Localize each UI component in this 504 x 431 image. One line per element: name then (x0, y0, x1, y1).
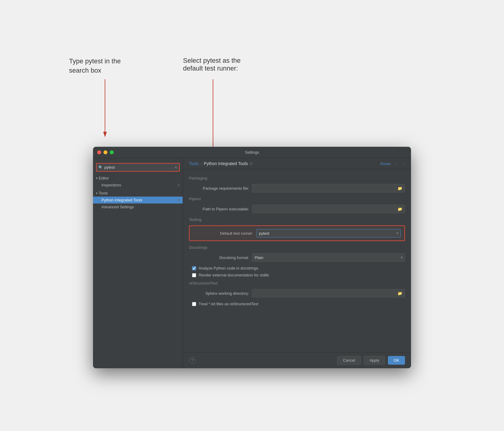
settings-dialog: Settings 🔍 ✕ ▾ Editor (93, 147, 411, 368)
annotation-runner-text: Select pytest as the default test runner… (183, 57, 241, 72)
sidebar-item-python-integrated-tools[interactable]: Python Integrated Tools ⊞ (93, 197, 183, 203)
packaging-requirements-input[interactable] (252, 184, 395, 192)
footer-right: Cancel Apply OK (337, 356, 405, 365)
sidebar-item-python-integrated-tools-label: Python Integrated Tools (101, 198, 142, 202)
pipenv-path-input[interactable] (252, 205, 395, 213)
restructured-text-section-title: reStructuredText (189, 281, 405, 285)
search-input[interactable] (96, 163, 180, 172)
sidebar-item-inspections[interactable]: Inspections ⊞ (93, 182, 183, 188)
sidebar-group-tools: ▾ Tools Python Integrated Tools ⊞ Advanc… (93, 189, 183, 211)
sidebar-group-tools-label: Tools (99, 191, 108, 195)
footer-left: ? (189, 357, 196, 364)
apply-button[interactable]: Apply (364, 356, 385, 365)
packaging-requirements-row: Package requirements file: 📁 (189, 184, 405, 192)
chevron-down-icon-tools: ▾ (96, 191, 98, 195)
chevron-down-icon: ▾ (96, 176, 98, 180)
sphinx-dir-row: Sphinx working directory: 📁 (189, 289, 405, 297)
svg-marker-1 (103, 132, 107, 137)
breadcrumb-icon: ⊞ (250, 161, 253, 166)
help-button[interactable]: ? (189, 357, 196, 364)
content-header: Tools › Python Integrated Tools ⊞ Reset … (183, 158, 411, 169)
docstring-format-select-wrapper: Plain Epytext reStructuredText NumPy Goo… (252, 253, 405, 262)
docstring-format-row: Docstring format: Plain Epytext reStruct… (189, 253, 405, 262)
testing-runner-select-wrapper: Unittests pytest Nose Twisted Trial ▾ (256, 229, 401, 237)
traffic-lights (97, 150, 114, 154)
annotation-search-text: Type pytest in the search box (69, 57, 121, 75)
packaging-requirements-input-wrapper: 📁 (252, 184, 405, 192)
dialog-footer: ? Cancel Apply OK (183, 352, 411, 368)
nav-forward-button[interactable]: → (401, 161, 405, 166)
pipenv-path-label: Path to Pipenv executable: (189, 207, 249, 211)
sphinx-dir-label: Sphinx working directory: (189, 291, 249, 296)
search-wrapper: 🔍 ✕ (93, 161, 183, 174)
search-clear-icon[interactable]: ✕ (174, 165, 177, 170)
dialog-body: 🔍 ✕ ▾ Editor Inspections ⊞ (93, 158, 411, 368)
settings-icon: ⊞ (177, 183, 180, 187)
testing-section-title: Testing (189, 217, 405, 222)
breadcrumb-parent[interactable]: Tools (189, 161, 199, 166)
nav-back-button[interactable]: ← (394, 161, 398, 166)
treat-txt-row: Treat *.txt files as reStructuredText (189, 302, 405, 306)
docstring-format-label: Docstring format: (189, 255, 249, 260)
window-title: Settings (245, 150, 259, 155)
titlebar: Settings (93, 147, 411, 158)
render-external-docs-checkbox[interactable] (192, 273, 196, 277)
breadcrumb-separator: › (201, 161, 202, 166)
packaging-requirements-browse-button[interactable]: 📁 (395, 184, 405, 192)
search-icon: 🔍 (98, 165, 103, 170)
settings-icon-2: ⊞ (177, 198, 180, 202)
main-content: Tools › Python Integrated Tools ⊞ Reset … (183, 158, 411, 368)
close-button[interactable] (97, 150, 101, 154)
docstring-format-select[interactable]: Plain Epytext reStructuredText NumPy Goo… (252, 253, 405, 262)
header-actions: Reset ← → (380, 161, 405, 166)
pipenv-section-title: Pipenv (189, 197, 405, 201)
content-body: Packaging Package requirements file: 📁 P… (183, 169, 411, 352)
treat-txt-label: Treat *.txt files as reStructuredText (199, 302, 258, 306)
ok-button[interactable]: OK (388, 356, 405, 365)
analyze-docstrings-label: Analyze Python code in docstrings (199, 266, 258, 270)
testing-runner-row: Default test runner: Unittests pytest No… (193, 229, 401, 237)
sidebar-item-advanced-settings-label: Advanced Settings (101, 205, 134, 209)
breadcrumb-current: Python Integrated Tools (204, 161, 248, 166)
sphinx-dir-browse-button[interactable]: 📁 (395, 289, 405, 297)
treat-txt-checkbox[interactable] (192, 302, 196, 306)
packaging-requirements-label: Package requirements file: (189, 186, 249, 191)
packaging-section-title: Packaging (189, 176, 405, 180)
docstrings-section-title: Docstrings (189, 245, 405, 250)
sidebar-item-advanced-settings[interactable]: Advanced Settings (93, 203, 183, 210)
breadcrumb: Tools › Python Integrated Tools ⊞ (189, 161, 253, 166)
sidebar-group-editor-label: Editor (99, 176, 109, 180)
sidebar-item-inspections-label: Inspections (101, 183, 121, 187)
minimize-button[interactable] (104, 150, 107, 154)
testing-runner-label: Default test runner: (193, 231, 253, 236)
analyze-docstrings-checkbox[interactable] (192, 266, 196, 270)
reset-button[interactable]: Reset (380, 161, 391, 166)
pipenv-browse-button[interactable]: 📁 (395, 205, 405, 213)
sphinx-dir-input[interactable] (252, 289, 395, 297)
maximize-button[interactable] (110, 150, 114, 154)
sidebar-group-tools-header[interactable]: ▾ Tools (93, 190, 183, 197)
pipenv-path-input-wrapper: 📁 (252, 205, 405, 213)
testing-section-highlighted: Default test runner: Unittests pytest No… (189, 225, 405, 241)
sidebar-group-editor: ▾ Editor Inspections ⊞ (93, 174, 183, 189)
analyze-docstrings-row: Analyze Python code in docstrings (189, 266, 405, 270)
sidebar-group-editor-header[interactable]: ▾ Editor (93, 175, 183, 182)
render-external-docs-row: Render external documentation for stdlib (189, 273, 405, 277)
testing-runner-select[interactable]: Unittests pytest Nose Twisted Trial (256, 229, 401, 237)
cancel-button[interactable]: Cancel (337, 356, 361, 365)
pipenv-path-row: Path to Pipenv executable: 📁 (189, 205, 405, 213)
sidebar: 🔍 ✕ ▾ Editor Inspections ⊞ (93, 158, 183, 368)
render-external-docs-label: Render external documentation for stdlib (199, 273, 269, 277)
sphinx-dir-input-wrapper: 📁 (252, 289, 405, 297)
